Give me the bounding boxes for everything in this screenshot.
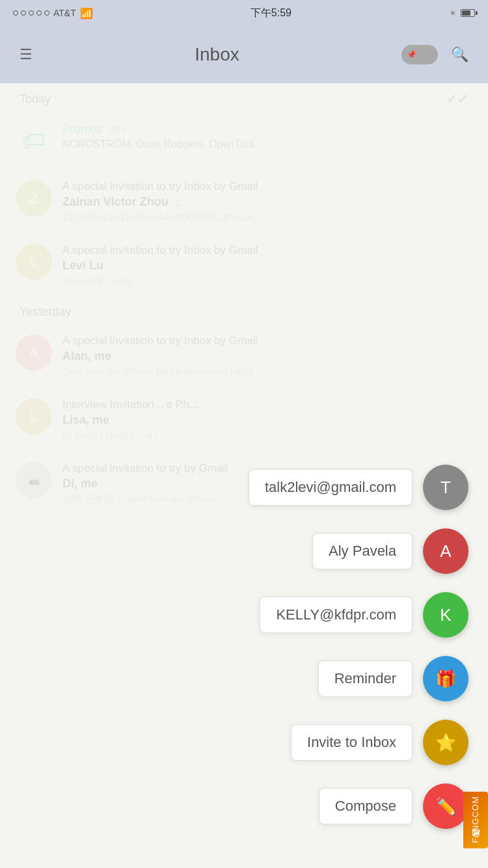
fab-label-invite: Invite to Inbox — [291, 724, 413, 761]
fab-avatar-t: T — [441, 478, 451, 498]
fab-label-talk2levi: talk2levi@gmail.com — [249, 469, 413, 506]
reminder-icon: 🎁 — [435, 669, 456, 689]
fab-avatar-k: K — [440, 605, 451, 625]
fab-item-compose[interactable]: Compose ✏️ — [319, 783, 468, 829]
fab-label-aly: Aly Pavela — [312, 533, 413, 569]
menu-icon[interactable]: ☰ — [20, 46, 33, 63]
fab-item-reminder[interactable]: Reminder 🎁 — [318, 656, 468, 701]
fab-btn-compose[interactable]: ✏️ — [423, 783, 468, 829]
fab-btn-reminder[interactable]: 🎁 — [423, 656, 468, 701]
carrier-label: AT&T — [53, 8, 76, 18]
fab-label-reminder: Reminder — [318, 660, 413, 697]
fab-btn-talk2levi[interactable]: T — [423, 465, 468, 510]
nav-right: 📌 🔍 — [401, 45, 468, 64]
brightness-icon: ✶ — [449, 8, 457, 18]
signal-dot-5 — [44, 10, 49, 16]
watermark: 米柚FANGCOM — [463, 792, 488, 848]
status-left: AT&T 📶 — [13, 7, 93, 20]
fab-avatar-a: A — [440, 541, 451, 562]
toggle-switch[interactable]: 📌 — [401, 45, 438, 64]
invite-icon: ⭐ — [435, 733, 456, 753]
search-icon[interactable]: 🔍 — [451, 46, 468, 63]
signal-dot-4 — [36, 10, 42, 16]
fab-item-aly[interactable]: Aly Pavela A — [312, 528, 468, 574]
fab-label-kelly: KELLY@kfdpr.com — [260, 597, 413, 633]
fab-label-compose: Compose — [319, 788, 413, 824]
fab-item-invite[interactable]: Invite to Inbox ⭐ — [291, 720, 468, 765]
signal-dot-3 — [29, 10, 34, 16]
fab-btn-aly[interactable]: A — [423, 528, 468, 574]
nav-title: Inbox — [195, 44, 239, 65]
wifi-icon: 📶 — [80, 7, 93, 20]
fab-menu: talk2levi@gmail.com T Aly Pavela A KELLY… — [249, 465, 468, 829]
fab-item-kelly[interactable]: KELLY@kfdpr.com K — [260, 592, 468, 638]
signal-dot-2 — [21, 10, 26, 16]
battery-fill — [462, 10, 470, 16]
pin-icon: 📌 — [407, 50, 416, 59]
status-right: ✶ — [449, 8, 475, 18]
signal-dots — [13, 10, 49, 16]
main-content: Today ✔✔ 🏷 Promos 25+ NORDSTROM, Dave Ro… — [0, 83, 488, 868]
signal-dot-1 — [13, 10, 18, 16]
fab-btn-invite[interactable]: ⭐ — [423, 720, 468, 765]
time-label: 下午5:59 — [251, 7, 291, 20]
fab-item-talk2levi[interactable]: talk2levi@gmail.com T — [249, 465, 468, 510]
fab-btn-kelly[interactable]: K — [423, 592, 468, 638]
nav-bar: ☰ Inbox 📌 🔍 — [0, 26, 488, 83]
battery-icon — [461, 9, 475, 17]
status-bar: AT&T 📶 下午5:59 ✶ — [0, 0, 488, 26]
compose-icon: ✏️ — [435, 796, 456, 817]
